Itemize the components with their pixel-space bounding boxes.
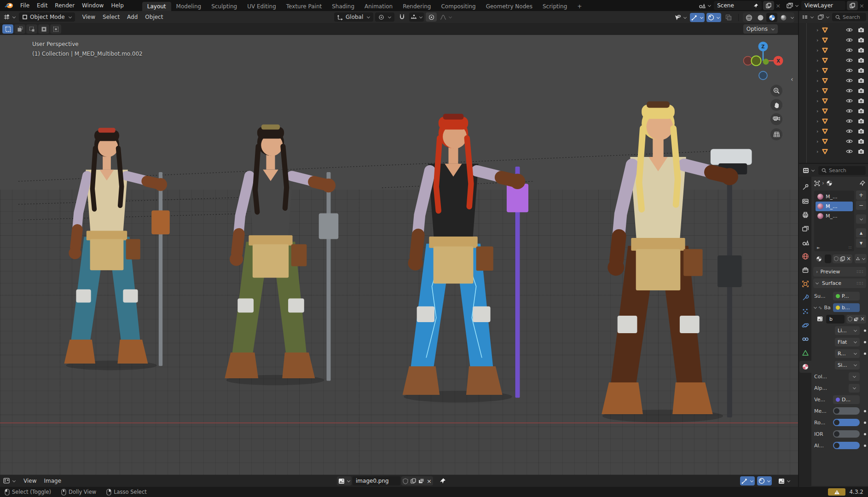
workspace-tab-modeling[interactable]: Modeling xyxy=(171,2,207,11)
character-2[interactable] xyxy=(225,124,338,385)
outliner-row-3[interactable]: › xyxy=(799,45,868,55)
hide-eye-icon[interactable] xyxy=(846,37,853,43)
material-name-field[interactable] xyxy=(825,254,831,263)
camera-visibility-icon[interactable] xyxy=(858,47,864,53)
shading-dropdown-chevron[interactable] xyxy=(791,15,794,18)
pin-icon[interactable] xyxy=(753,3,758,8)
camera-visibility-icon[interactable] xyxy=(858,108,864,114)
proportional-falloff-dropdown[interactable] xyxy=(439,12,453,22)
camera-visibility-icon[interactable] xyxy=(858,88,864,93)
material-shield-icon[interactable] xyxy=(834,256,839,261)
orthographic-toggle-button[interactable] xyxy=(770,128,782,140)
warning-badge[interactable] xyxy=(828,488,845,496)
gizmo-z-neg-axis[interactable] xyxy=(759,71,767,80)
properties-tab-collection[interactable] xyxy=(799,264,811,276)
outliner-filter-dropdown[interactable] xyxy=(816,12,831,22)
material-slot-3[interactable]: M_... xyxy=(816,211,853,221)
uv-gizmo-toggle[interactable] xyxy=(740,476,755,485)
display-channels-dropdown[interactable] xyxy=(777,476,792,485)
material-sphere-icon[interactable] xyxy=(826,180,833,186)
ior-slider[interactable] xyxy=(833,430,860,438)
properties-tab-physics[interactable] xyxy=(799,319,811,331)
viewport-menu-add[interactable]: Add xyxy=(123,14,141,20)
properties-tab-render[interactable] xyxy=(799,195,811,207)
outliner-row-4[interactable]: › xyxy=(799,55,868,65)
menu-render[interactable]: Render xyxy=(51,2,78,9)
properties-editor-type-button[interactable] xyxy=(801,166,816,175)
hide-eye-icon[interactable] xyxy=(846,47,853,53)
slot-move-up-button[interactable]: ▲ xyxy=(856,228,866,237)
snap-target-dropdown[interactable] xyxy=(409,12,424,22)
properties-tab-scene[interactable] xyxy=(799,237,811,248)
camera-view-button[interactable] xyxy=(770,113,782,125)
expand-chevron-icon[interactable]: › xyxy=(816,149,818,155)
proportional-editing-toggle[interactable] xyxy=(426,12,437,22)
camera-visibility-icon[interactable] xyxy=(858,27,864,33)
metallic-slider[interactable] xyxy=(833,407,860,415)
camera-visibility-icon[interactable] xyxy=(858,37,864,43)
base-color-input-dropdown[interactable]: b... xyxy=(833,303,860,312)
properties-tab-object[interactable] xyxy=(799,278,811,290)
image-editor-type-button[interactable] xyxy=(2,476,17,485)
workspace-tab-scripting[interactable]: Scripting xyxy=(538,2,572,11)
outliner-row-9[interactable]: › xyxy=(799,106,868,116)
outliner-row-5[interactable]: › xyxy=(799,65,868,75)
unlink-material-button[interactable]: × xyxy=(846,255,851,262)
camera-visibility-icon[interactable] xyxy=(858,149,864,154)
alpha-mode-dropdown[interactable] xyxy=(849,384,860,393)
object-icon[interactable] xyxy=(814,180,820,186)
outliner-row-10[interactable]: › xyxy=(799,116,868,126)
surface-shader-dropdown[interactable]: P... xyxy=(833,292,860,301)
menu-help[interactable]: Help xyxy=(107,2,127,9)
expand-chevron-icon[interactable]: › xyxy=(816,88,818,94)
viewport-menu-view[interactable]: View xyxy=(79,14,99,20)
viewport-menu-object[interactable]: Object xyxy=(141,14,167,20)
hide-eye-icon[interactable] xyxy=(846,58,853,63)
gizmo-y-axis[interactable] xyxy=(752,56,761,66)
material-copy-icon[interactable] xyxy=(840,256,845,261)
image-copy-icon[interactable] xyxy=(854,317,859,322)
outliner-display-mode-dropdown[interactable] xyxy=(801,12,815,22)
remove-view-layer-button[interactable]: × xyxy=(859,2,864,9)
workspace-tab-rendering[interactable]: Rendering xyxy=(398,2,436,11)
outliner-row-11[interactable]: › xyxy=(799,126,868,136)
menu-edit[interactable]: Edit xyxy=(33,2,51,9)
remove-slot-button[interactable]: − xyxy=(856,201,866,210)
workspace-tab-shading[interactable]: Shading xyxy=(327,2,359,11)
material-slot-1[interactable]: M_... xyxy=(816,192,853,202)
scene-icon[interactable] xyxy=(697,1,712,10)
select-intersect-button[interactable] xyxy=(50,24,61,34)
outliner-row-13[interactable]: › xyxy=(799,146,868,156)
slot-resize-grip[interactable]: ∷ xyxy=(849,245,851,250)
character-4[interactable] xyxy=(602,101,752,422)
image-editor-menu-view[interactable]: View xyxy=(20,478,40,484)
image-shield-icon[interactable] xyxy=(848,316,852,322)
gizmo-y-neg-axis[interactable] xyxy=(763,59,769,65)
expand-chevron-icon[interactable]: › xyxy=(816,108,818,114)
workspace-tab-sculpting[interactable]: Sculpting xyxy=(206,2,242,11)
new-scene-button[interactable] xyxy=(763,1,774,10)
selectability-dropdown[interactable] xyxy=(673,13,688,22)
camera-visibility-icon[interactable] xyxy=(858,139,864,144)
projection-dropdown[interactable]: Flat xyxy=(835,338,860,347)
expand-chevron-icon[interactable]: › xyxy=(816,27,818,33)
expand-chevron-icon[interactable]: › xyxy=(816,78,818,84)
shading-wireframe-button[interactable] xyxy=(743,13,754,22)
pin-properties-icon[interactable] xyxy=(860,180,865,186)
workspace-tab-compositing[interactable]: Compositing xyxy=(436,2,480,11)
surface-section-header[interactable]: Surface ∷∷ xyxy=(813,278,866,288)
viewport-menu-select[interactable]: Select xyxy=(99,14,123,20)
pivot-point-dropdown[interactable] xyxy=(375,12,394,22)
scene-name-field[interactable]: Scene xyxy=(714,1,762,10)
view-layer-name-field[interactable]: ViewLayer xyxy=(801,1,845,10)
expand-chevron-icon[interactable]: › xyxy=(816,37,818,43)
material-slot-2-selected[interactable]: M_... xyxy=(816,202,853,211)
shading-material-preview-button[interactable] xyxy=(766,13,777,22)
shading-solid-button[interactable] xyxy=(755,13,766,22)
expand-chevron-icon[interactable]: › xyxy=(816,68,818,74)
source-dropdown[interactable]: Si... xyxy=(835,361,860,370)
slot-specials-dropdown[interactable] xyxy=(856,214,866,224)
new-image-copy-icon[interactable] xyxy=(411,478,416,484)
expand-chevron-icon[interactable]: › xyxy=(816,118,818,124)
properties-tab-modifiers[interactable] xyxy=(799,292,811,304)
